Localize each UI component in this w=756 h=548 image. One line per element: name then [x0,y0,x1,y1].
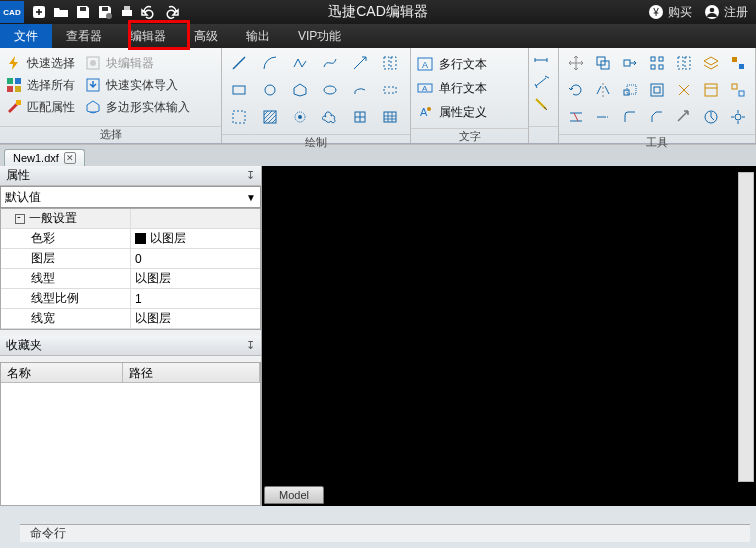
pin-icon[interactable]: ↧ [246,339,255,352]
linear-dim-icon[interactable] [533,52,554,74]
chamfer-tool[interactable] [646,106,668,128]
multiline-text-button[interactable]: A 多行文本 [417,52,522,76]
fillet-tool[interactable] [619,106,641,128]
point-tool[interactable] [289,106,311,128]
polygon-tool[interactable] [289,79,311,101]
polyline-tool[interactable] [289,52,311,74]
spline-tool[interactable] [319,52,341,74]
hatch-tool[interactable] [259,106,281,128]
saveas-icon[interactable] [94,2,116,22]
bolt-icon [6,55,22,71]
buy-button[interactable]: ¥ 购买 [648,4,692,21]
ellipse-tool[interactable] [319,79,341,101]
svg-rect-54 [739,91,744,96]
quick-select-button[interactable]: 快速选择 [6,52,75,74]
favorites-col-path[interactable]: 路径 [123,363,260,382]
settings-tool[interactable] [727,106,749,128]
register-button[interactable]: 注册 [704,4,748,21]
menu-vip[interactable]: VIP功能 [284,24,355,48]
prop-row-linetype[interactable]: 线型 以图层 [1,269,260,289]
polygon-entity-input-button[interactable]: 多边形实体输入 [85,96,190,118]
menu-viewer[interactable]: 查看器 [52,24,116,48]
close-icon[interactable]: ✕ [64,152,76,164]
extend-tool[interactable] [592,106,614,128]
file-tab[interactable]: New1.dxf ✕ [4,149,85,166]
xline-tool[interactable] [379,52,401,74]
prop-row-lineweight[interactable]: 线宽 以图层 [1,309,260,329]
undo-icon[interactable] [138,2,160,22]
svg-rect-28 [384,87,396,93]
insert-block-tool[interactable] [349,106,371,128]
singleline-text-button[interactable]: A 单行文本 [417,76,522,100]
svg-rect-43 [651,65,655,69]
copy-tool[interactable] [592,52,614,74]
layers-tool[interactable] [700,52,722,74]
scale-tool[interactable] [619,79,641,101]
group-label-dim [529,126,558,143]
aligned-dim-icon[interactable] [533,74,554,96]
favorites-panel-header[interactable]: 收藏夹 ↧ [0,336,261,356]
group-tool[interactable] [727,52,749,74]
model-tab[interactable]: Model [264,486,324,504]
ellipse-arc-tool[interactable] [349,79,371,101]
group-label-text: 文字 [411,128,528,144]
mirror-tool[interactable] [592,79,614,101]
svg-rect-38 [624,60,630,66]
match-icon [6,99,22,115]
svg-rect-52 [739,64,744,69]
scrollbar-vertical[interactable] [738,172,754,482]
erase-tool[interactable] [673,52,695,74]
ungroup-tool[interactable] [727,79,749,101]
svg-point-55 [735,114,741,120]
menu-output[interactable]: 输出 [232,24,284,48]
svg-rect-42 [659,57,663,61]
prop-row-color[interactable]: 色彩 以图层 [1,229,260,249]
favorites-header-row: 名称 路径 [1,363,260,383]
circle-tool[interactable] [259,79,281,101]
command-line[interactable]: 命令行 [20,524,750,542]
attribute-def-button[interactable]: A 属性定义 [417,100,522,124]
new-icon[interactable] [28,2,50,22]
default-combo[interactable]: 默认值 ▼ [0,186,261,208]
rect-tool[interactable] [228,79,250,101]
menu-advanced[interactable]: 高级 [180,24,232,48]
match-properties-button[interactable]: 匹配属性 [6,96,75,118]
array-tool[interactable] [646,52,668,74]
drawing-canvas[interactable]: Model [262,166,756,506]
block-editor-button[interactable]: 块编辑器 [85,52,190,74]
table-tool[interactable] [379,106,401,128]
menu-editor[interactable]: 编辑器 [116,24,180,48]
menu-file[interactable]: 文件 [0,24,52,48]
prop-row-layer[interactable]: 图层 0 [1,249,260,269]
donut-tool[interactable] [379,79,401,101]
edit-dim-icon[interactable] [533,96,554,118]
quick-entity-import-button[interactable]: 快速实体导入 [85,74,190,96]
move-tool[interactable] [565,52,587,74]
mtext-icon: A [417,56,433,72]
trim-tool[interactable] [565,106,587,128]
cloud-tool[interactable] [319,106,341,128]
open-icon[interactable] [50,2,72,22]
properties-panel-header[interactable]: 属性 ↧ [0,166,261,186]
line-tool[interactable] [228,52,250,74]
stretch-tool[interactable] [619,52,641,74]
collapse-icon[interactable] [15,214,25,224]
ray-tool[interactable] [349,52,371,74]
measure-tool[interactable] [700,106,722,128]
chevron-down-icon: ▼ [246,192,256,203]
redo-icon[interactable] [160,2,182,22]
select-all-button[interactable]: 选择所有 [6,74,75,96]
break-tool[interactable] [673,106,695,128]
save-icon[interactable] [72,2,94,22]
favorites-col-name[interactable]: 名称 [1,363,123,382]
pin-icon[interactable]: ↧ [246,169,255,182]
properties-section[interactable]: 一般设置 [1,209,260,229]
print-icon[interactable] [116,2,138,22]
prop-row-ltscale[interactable]: 线型比例 1 [1,289,260,309]
region-tool[interactable] [228,106,250,128]
props-tool[interactable] [700,79,722,101]
rotate-tool[interactable] [565,79,587,101]
offset-tool[interactable] [646,79,668,101]
arc-tool[interactable] [259,52,281,74]
explode-tool[interactable] [673,79,695,101]
